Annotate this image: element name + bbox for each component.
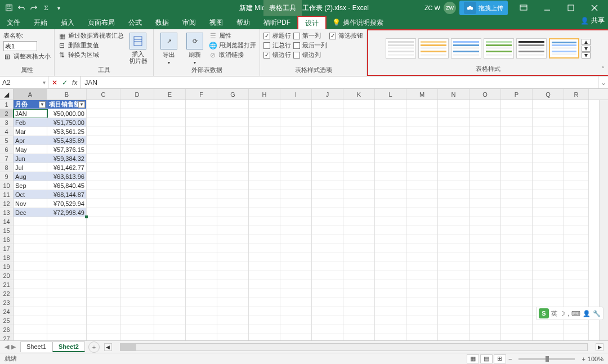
cell-N26[interactable]	[438, 325, 470, 334]
row-header-19[interactable]: 19	[0, 262, 14, 271]
row-header-13[interactable]: 13	[0, 208, 14, 217]
cell-I14[interactable]	[280, 217, 312, 226]
cell-J27[interactable]	[312, 334, 343, 340]
cell-E17[interactable]	[154, 244, 186, 253]
cell-N10[interactable]	[438, 181, 470, 190]
cell-D1[interactable]	[120, 100, 154, 109]
cell-P25[interactable]	[501, 316, 533, 325]
cell-H26[interactable]	[249, 325, 280, 334]
cell-F17[interactable]	[186, 244, 217, 253]
cell-F26[interactable]	[186, 325, 217, 334]
cell-G22[interactable]	[217, 289, 249, 298]
row-header-2[interactable]: 2	[0, 109, 14, 118]
cell-A10[interactable]: Sep	[14, 181, 47, 190]
cell-L9[interactable]	[375, 172, 406, 181]
cell-C26[interactable]	[87, 325, 120, 334]
cell-O10[interactable]	[470, 181, 501, 190]
resize-table-button[interactable]: ⊞ 调整表格大小	[3, 52, 51, 61]
cell-H24[interactable]	[249, 307, 280, 316]
cell-H3[interactable]	[249, 118, 280, 127]
cell-I19[interactable]	[280, 262, 312, 271]
cell-Q2[interactable]	[533, 109, 564, 118]
cell-N8[interactable]	[438, 163, 470, 172]
cell-M21[interactable]	[406, 280, 438, 289]
cell-J22[interactable]	[312, 289, 343, 298]
cell-Q18[interactable]	[533, 253, 564, 262]
cell-I16[interactable]	[280, 235, 312, 244]
row-header-10[interactable]: 10	[0, 181, 14, 190]
cell-E24[interactable]	[154, 307, 186, 316]
sheet-tab-Sheet1[interactable]: Sheet1	[20, 341, 52, 352]
cell-I24[interactable]	[280, 307, 312, 316]
row-header-12[interactable]: 12	[0, 199, 14, 208]
col-header-A[interactable]: A	[14, 89, 47, 100]
cell-J3[interactable]	[312, 118, 343, 127]
row-header-17[interactable]: 17	[0, 244, 14, 253]
cell-I9[interactable]	[280, 172, 312, 181]
col-header-C[interactable]: C	[87, 89, 120, 100]
cell-B15[interactable]	[47, 226, 87, 235]
col-header-P[interactable]: P	[501, 89, 533, 100]
cell-D15[interactable]	[120, 226, 154, 235]
cell-F19[interactable]	[186, 262, 217, 271]
sheet-nav-prev-icon[interactable]: ◀	[5, 343, 9, 350]
table-style-1[interactable]	[418, 38, 449, 59]
cell-A20[interactable]	[14, 271, 47, 280]
cell-P15[interactable]	[501, 226, 533, 235]
cell-N3[interactable]	[438, 118, 470, 127]
cell-H13[interactable]	[249, 208, 280, 217]
cell-O11[interactable]	[470, 190, 501, 199]
cell-L1[interactable]	[375, 100, 406, 109]
zoom-level[interactable]: 100%	[588, 356, 603, 362]
cell-N11[interactable]	[438, 190, 470, 199]
cell-C2[interactable]	[87, 109, 120, 118]
cell-L2[interactable]	[375, 109, 406, 118]
cell-K9[interactable]	[343, 172, 375, 181]
cell-L4[interactable]	[375, 127, 406, 136]
col-header-N[interactable]: N	[438, 89, 470, 100]
cell-I15[interactable]	[280, 226, 312, 235]
cell-J23[interactable]	[312, 298, 343, 307]
cell-O25[interactable]	[470, 316, 501, 325]
cell-F1[interactable]	[186, 100, 217, 109]
cell-R15[interactable]	[564, 226, 589, 235]
cell-I2[interactable]	[280, 109, 312, 118]
cell-O1[interactable]	[470, 100, 501, 109]
cloud-upload-pill[interactable]: 拖拽上传	[459, 1, 508, 15]
row-header-6[interactable]: 6	[0, 145, 14, 154]
cell-A24[interactable]	[14, 307, 47, 316]
cell-A18[interactable]	[14, 253, 47, 262]
horizontal-scrollbar[interactable]: ◀ ▶	[104, 343, 603, 351]
cell-O17[interactable]	[470, 244, 501, 253]
cell-N7[interactable]	[438, 154, 470, 163]
cell-G18[interactable]	[217, 253, 249, 262]
table-style-4[interactable]	[516, 38, 547, 59]
cell-R10[interactable]	[564, 181, 589, 190]
cell-Q11[interactable]	[533, 190, 564, 199]
cell-I1[interactable]	[280, 100, 312, 109]
cell-B20[interactable]	[47, 271, 87, 280]
cell-B2[interactable]: ¥50,000.00	[47, 109, 87, 118]
cell-A15[interactable]	[14, 226, 47, 235]
cell-L8[interactable]	[375, 163, 406, 172]
cell-H5[interactable]	[249, 136, 280, 145]
row-header-22[interactable]: 22	[0, 289, 14, 298]
cell-O21[interactable]	[470, 280, 501, 289]
opt-firstCol[interactable]: 第一列	[293, 32, 327, 40]
cell-J12[interactable]	[312, 199, 343, 208]
cell-B14[interactable]	[47, 217, 87, 226]
cell-F21[interactable]	[186, 280, 217, 289]
cell-G27[interactable]	[217, 334, 249, 340]
cell-I18[interactable]	[280, 253, 312, 262]
cell-M15[interactable]	[406, 226, 438, 235]
cell-C10[interactable]	[87, 181, 120, 190]
tab-开始[interactable]: 开始	[27, 16, 54, 29]
cell-P18[interactable]	[501, 253, 533, 262]
table-name-input[interactable]	[3, 41, 37, 51]
cell-B27[interactable]	[47, 334, 87, 340]
cell-A11[interactable]: Oct	[14, 190, 47, 199]
cell-G20[interactable]	[217, 271, 249, 280]
cell-H25[interactable]	[249, 316, 280, 325]
cell-F25[interactable]	[186, 316, 217, 325]
summarize-pivot-button[interactable]: ▦通过数据透视表汇总	[58, 32, 124, 40]
